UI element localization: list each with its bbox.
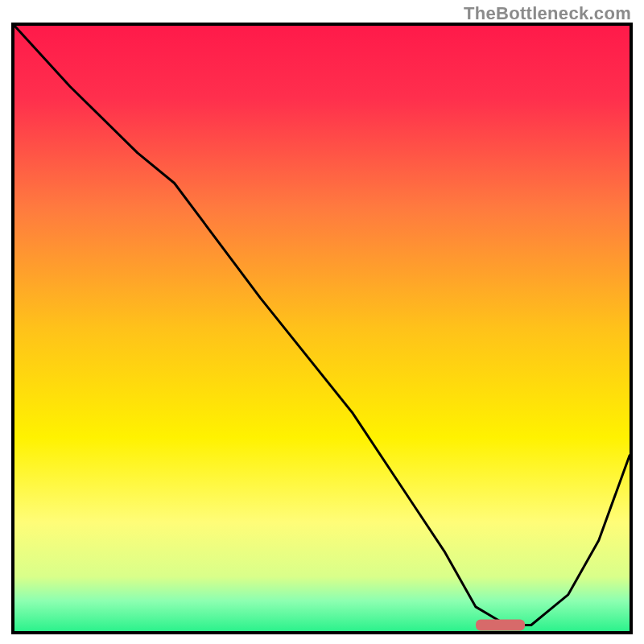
optimal-range-marker xyxy=(476,620,525,631)
watermark-text: TheBottleneck.com xyxy=(464,3,631,24)
chart-canvas xyxy=(14,26,630,631)
chart-background xyxy=(14,26,630,631)
chart-frame xyxy=(11,23,633,634)
